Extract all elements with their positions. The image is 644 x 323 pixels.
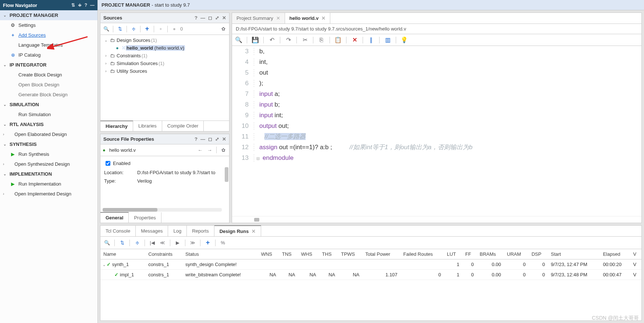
tree-row[interactable]: ● ⁙ hello_world (hello world.v)	[103, 44, 226, 52]
col-header[interactable]: Status	[182, 249, 258, 259]
col-header[interactable]: URAM	[504, 249, 529, 259]
minimize-icon[interactable]: —	[200, 136, 205, 142]
code-line[interactable]: 10output out;	[232, 121, 641, 131]
tab-hierarchy[interactable]: Hierarchy	[100, 121, 133, 131]
close-icon[interactable]: ✕	[276, 15, 280, 21]
cut-icon[interactable]: ✂	[301, 36, 309, 44]
undo-icon[interactable]: ↶	[268, 36, 275, 44]
flow-item[interactable]: ›Open Synthesized Design	[0, 159, 97, 169]
add-run-icon[interactable]: +	[204, 239, 211, 247]
hint-icon[interactable]: 💡	[401, 36, 408, 44]
flow-item[interactable]: ⚙Settings	[0, 20, 97, 30]
redo-icon[interactable]: ↷	[285, 36, 292, 44]
col-header[interactable]: Name	[100, 249, 145, 259]
tab-properties[interactable]: Properties	[129, 212, 161, 223]
search-icon[interactable]: 🔍	[103, 239, 111, 247]
tab-log[interactable]: Log	[168, 226, 187, 236]
tab-messages[interactable]: Messages	[136, 226, 168, 236]
col-header[interactable]: V	[630, 249, 641, 259]
table-row[interactable]: ⌄ ✓synth_1constrs_1synth_design Complete…	[100, 259, 641, 270]
maximize-icon[interactable]: ⤢	[215, 136, 219, 142]
col-header[interactable]: Elapsed	[600, 249, 630, 259]
code-line[interactable]: 8input b;	[232, 99, 641, 110]
expand-tree-icon[interactable]: ≑	[130, 25, 137, 33]
col-header[interactable]: WNS	[258, 249, 279, 259]
flow-section[interactable]: ⌄IMPLEMENTATION	[0, 169, 97, 179]
forward-icon[interactable]: →	[206, 146, 213, 154]
expand-icon[interactable]: ≑	[78, 3, 82, 8]
col-header[interactable]: FF	[462, 249, 477, 259]
hscroll-thumb[interactable]	[103, 208, 157, 212]
tree-row[interactable]: ⌄🗀Design Sources (1)	[103, 36, 226, 44]
code-line[interactable]: 11 //二选一多路器	[232, 131, 641, 142]
preview-icon[interactable]: ▫	[157, 25, 164, 33]
tree-row[interactable]: ›🗀Utility Sources	[103, 67, 226, 75]
prev-icon[interactable]: ≪	[159, 239, 166, 247]
help-icon[interactable]: ?	[195, 15, 198, 21]
code-line[interactable]: 12assign out =(int==1)? a:b ; //如果int等于1…	[232, 142, 641, 152]
flow-item[interactable]: Language Templates	[0, 40, 97, 50]
col-header[interactable]: Start	[548, 249, 600, 259]
flow-item[interactable]: ›Open Elaborated Design	[0, 129, 97, 139]
col-header[interactable]: BRAMs	[477, 249, 504, 259]
minimize-icon[interactable]: —	[200, 15, 205, 21]
code-line[interactable]: 4int,	[232, 57, 641, 67]
close-icon[interactable]: ✕	[222, 136, 226, 142]
play-icon[interactable]: ▶	[174, 239, 181, 247]
code-line[interactable]: 7input a;	[232, 89, 641, 99]
restore-icon[interactable]: ◻	[208, 136, 212, 142]
collapse-icon[interactable]: ⇅	[71, 3, 75, 8]
col-header[interactable]: Constraints	[145, 249, 182, 259]
first-icon[interactable]: |◀	[149, 239, 156, 247]
settings-icon[interactable]: ✿	[220, 25, 227, 33]
next-icon[interactable]: ≫	[189, 239, 196, 247]
tab-general[interactable]: General	[100, 212, 129, 223]
flow-item[interactable]: +Add Sources	[0, 30, 97, 40]
tree-row[interactable]: ›🗀Constraints (1)	[103, 52, 226, 60]
maximize-icon[interactable]: ⤢	[215, 15, 219, 21]
code-line[interactable]: 13⊟endmodule	[232, 152, 641, 163]
tab-reports[interactable]: Reports	[187, 226, 214, 236]
columns-icon[interactable]: ▥	[384, 36, 391, 44]
code-line[interactable]: 3b,	[232, 46, 641, 57]
col-header[interactable]: Total Power	[362, 249, 400, 259]
col-header[interactable]: THS	[319, 249, 338, 259]
flow-item[interactable]: ⊕IP Catalog	[0, 50, 97, 60]
tab-design-runs[interactable]: Design Runs✕	[214, 225, 261, 236]
scrollbar-thumb[interactable]	[225, 167, 228, 182]
tree-row[interactable]: ›🗀Simulation Sources (1)	[103, 60, 226, 67]
code-line[interactable]: 5out	[232, 67, 641, 78]
sources-tree[interactable]: ⌄🗀Design Sources (1)● ⁙ hello_world (hel…	[100, 35, 229, 121]
flow-item[interactable]: Open Block Design	[0, 80, 97, 90]
add-icon[interactable]: +	[143, 25, 151, 33]
flow-item[interactable]: Generate Block Design	[0, 90, 97, 100]
flow-item[interactable]: ▶Run Synthesis	[0, 149, 97, 159]
flow-section[interactable]: ⌄PROJECT MANAGER	[0, 10, 97, 20]
expand-icon[interactable]: ≑	[134, 239, 141, 247]
collapse-tree-icon[interactable]: ⇅	[116, 25, 124, 33]
enabled-checkbox[interactable]	[106, 161, 110, 166]
flow-section[interactable]: ⌄SYNTHESIS	[0, 139, 97, 149]
col-header[interactable]: TPWS	[338, 249, 362, 259]
code-line[interactable]: 9input int;	[232, 110, 641, 121]
flow-section[interactable]: ⌄SIMULATION	[0, 100, 97, 110]
flow-item[interactable]: ›Open Implemented Design	[0, 189, 97, 199]
col-header[interactable]: Failed Routes	[401, 249, 444, 259]
editor-tab[interactable]: hello world.v✕	[285, 13, 330, 24]
flow-item[interactable]: ▶Run Implementation	[0, 179, 97, 189]
flow-item[interactable]: Create Block Design	[0, 70, 97, 80]
code-line[interactable]: 6);	[232, 78, 641, 89]
flow-section[interactable]: ⌄RTL ANALYSIS	[0, 119, 97, 129]
flow-item[interactable]: Run Simulation	[0, 110, 97, 119]
paste-icon[interactable]: 📋	[334, 36, 342, 44]
save-icon[interactable]: 💾	[252, 36, 259, 44]
design-runs-table[interactable]: NameConstraintsStatusWNSTNSWHSTHSTPWSTot…	[100, 249, 641, 320]
copy-icon[interactable]: ⎘	[318, 36, 325, 44]
editor-hscroll[interactable]	[232, 216, 641, 223]
col-header[interactable]: WHS	[298, 249, 319, 259]
code-editor[interactable]: 3b,4int,5out6);7input a;8input b;9input …	[232, 46, 641, 216]
flow-section[interactable]: ⌄IP INTEGRATOR	[0, 60, 97, 70]
delete-icon[interactable]: ✕	[351, 36, 358, 44]
back-icon[interactable]: ←	[196, 146, 204, 154]
minimize-icon[interactable]: —	[90, 3, 95, 8]
